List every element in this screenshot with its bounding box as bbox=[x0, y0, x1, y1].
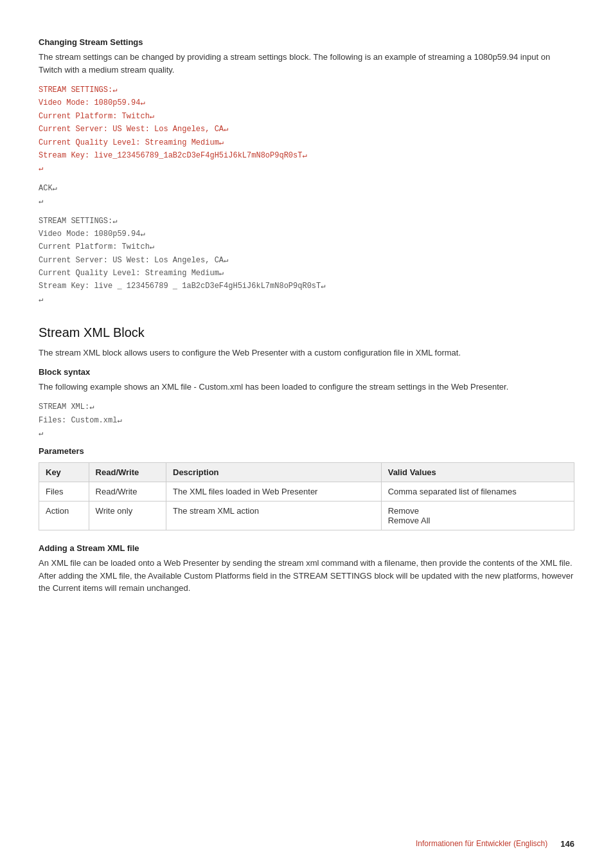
adding-xml-section: Adding a Stream XML file An XML file can… bbox=[39, 543, 574, 595]
cell-rw-2: Write only bbox=[89, 502, 166, 530]
norm-line-7: ↵ bbox=[39, 293, 574, 306]
norm-line-1: STREAM SETTINGS:↵ bbox=[39, 215, 574, 228]
section2-title: Stream XML Block bbox=[39, 325, 574, 340]
parameters-title: Parameters bbox=[39, 446, 574, 456]
table-row: Action Write only The stream XML action … bbox=[39, 502, 574, 530]
norm-line-4: Current Server: US West: Los Angeles, CA… bbox=[39, 254, 574, 267]
cell-key-2: Action bbox=[39, 502, 89, 530]
footer: Informationen für Entwickler (Englisch) … bbox=[416, 839, 574, 849]
table-header-row: Key Read/Write Description Valid Values bbox=[39, 463, 574, 482]
cell-desc-2: The stream XML action bbox=[166, 502, 382, 530]
ack-line-2: ↵ bbox=[39, 195, 574, 208]
cell-valid-2: RemoveRemove All bbox=[381, 502, 574, 530]
col-rw: Read/Write bbox=[89, 463, 166, 482]
section3-title: Adding a Stream XML file bbox=[39, 543, 574, 553]
col-valid: Valid Values bbox=[381, 463, 574, 482]
section2-body: The stream XML block allows users to con… bbox=[39, 347, 574, 359]
section1-body: The stream settings can be changed by pr… bbox=[39, 51, 574, 76]
footer-link[interactable]: Informationen für Entwickler (Englisch) bbox=[416, 839, 547, 849]
norm-line-3: Current Platform: Twitch↵ bbox=[39, 240, 574, 253]
code-line-3: Current Platform: Twitch↵ bbox=[39, 110, 574, 123]
changing-stream-settings-section: Changing Stream Settings The stream sett… bbox=[39, 37, 574, 306]
ack-line-1: ACK↵ bbox=[39, 182, 574, 195]
stream-xml-block-section: Stream XML Block The stream XML block al… bbox=[39, 325, 574, 530]
code-line-6: Stream Key: live_123456789_1aB2cD3eF4gH5… bbox=[39, 149, 574, 162]
code-highlighted: STREAM SETTINGS:↵ Video Mode: 1080p59.94… bbox=[39, 84, 574, 176]
cell-key-1: Files bbox=[39, 482, 89, 502]
col-desc: Description bbox=[166, 463, 382, 482]
code-normal: STREAM SETTINGS:↵ Video Mode: 1080p59.94… bbox=[39, 215, 574, 307]
col-key: Key bbox=[39, 463, 89, 482]
norm-line-5: Current Quality Level: Streaming Medium↵ bbox=[39, 267, 574, 280]
code-line-5: Current Quality Level: Streaming Medium↵ bbox=[39, 136, 574, 149]
xml-line-1: STREAM XML:↵ bbox=[39, 401, 574, 413]
cell-rw-1: Read/Write bbox=[89, 482, 166, 502]
code-line-7: ↵ bbox=[39, 162, 574, 175]
footer-page: 146 bbox=[560, 839, 574, 849]
norm-line-2: Video Mode: 1080p59.94↵ bbox=[39, 228, 574, 240]
xml-line-2: Files: Custom.xml↵ bbox=[39, 414, 574, 427]
code-xml: STREAM XML:↵ Files: Custom.xml↵ ↵ bbox=[39, 401, 574, 440]
section2-sub-body: The following example shows an XML file … bbox=[39, 381, 574, 393]
code-line-1: STREAM SETTINGS:↵ bbox=[39, 84, 574, 96]
parameters-table: Key Read/Write Description Valid Values … bbox=[39, 462, 574, 530]
cell-desc-1: The XML files loaded in Web Presenter bbox=[166, 482, 382, 502]
cell-valid-1: Comma separated list of filenames bbox=[381, 482, 574, 502]
code-line-2: Video Mode: 1080p59.94↵ bbox=[39, 96, 574, 109]
code-ack: ACK↵ ↵ bbox=[39, 182, 574, 208]
section1-title: Changing Stream Settings bbox=[39, 37, 574, 47]
norm-line-6: Stream Key: live _ 123456789 _ 1aB2cD3eF… bbox=[39, 280, 574, 293]
table-row: Files Read/Write The XML files loaded in… bbox=[39, 482, 574, 502]
xml-line-3: ↵ bbox=[39, 427, 574, 440]
section3-body: An XML file can be loaded onto a Web Pre… bbox=[39, 557, 574, 595]
code-line-4: Current Server: US West: Los Angeles, CA… bbox=[39, 123, 574, 136]
section2-sub-title: Block syntax bbox=[39, 367, 574, 377]
